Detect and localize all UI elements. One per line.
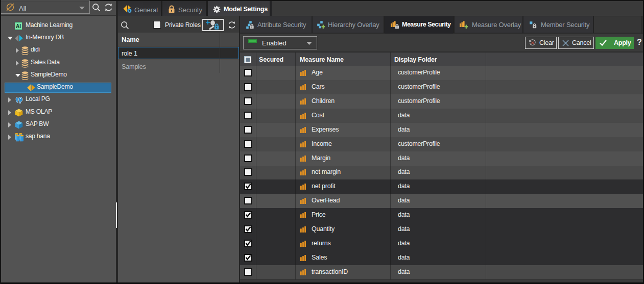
svg-text:AI: AI (16, 23, 21, 29)
